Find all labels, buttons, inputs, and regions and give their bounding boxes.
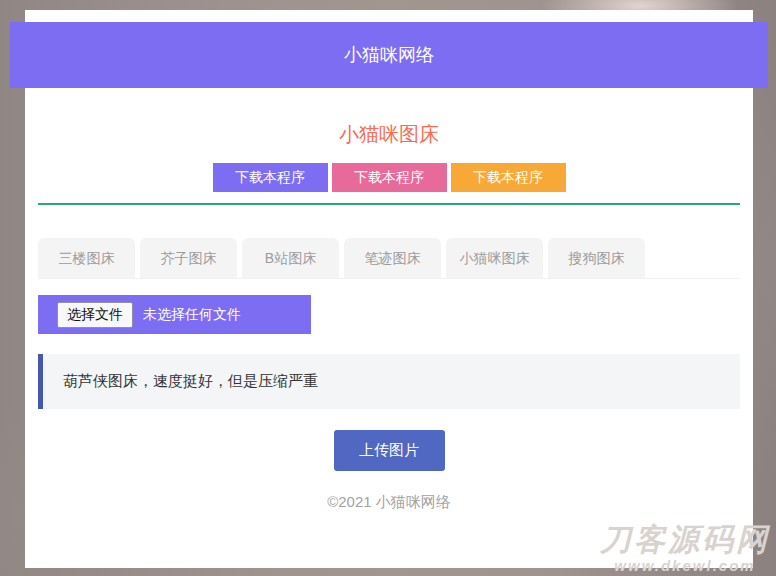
card-content: 小猫咪图床 下载本程序 下载本程序 下载本程序 三楼图床 芥子图床 B站图床 笔… <box>25 123 753 512</box>
download-button-purple[interactable]: 下载本程序 <box>213 163 328 192</box>
green-divider <box>38 203 740 205</box>
page-background: { "header": { "title": "小猫咪网络", "bg_colo… <box>0 0 776 576</box>
download-button-pink[interactable]: 下载本程序 <box>332 163 447 192</box>
tab-sougou[interactable]: 搜狗图床 <box>548 238 645 278</box>
copyright-footer: ©2021 小猫咪网络 <box>38 493 740 512</box>
header-banner: 小猫咪网络 <box>10 22 768 88</box>
tab-sanlou[interactable]: 三楼图床 <box>38 238 135 278</box>
download-button-orange[interactable]: 下载本程序 <box>451 163 566 192</box>
main-card: 小猫咪网络 小猫咪图床 下载本程序 下载本程序 下载本程序 三楼图床 芥子图床 … <box>25 10 753 568</box>
tab-xiaomaomi[interactable]: 小猫咪图床 <box>446 238 543 278</box>
file-input-area[interactable]: 选择文件 未选择任何文件 <box>38 295 311 334</box>
upload-image-button[interactable]: 上传图片 <box>334 430 445 471</box>
download-buttons-row: 下载本程序 下载本程序 下载本程序 <box>38 163 740 192</box>
notice-text: 葫芦侠图床，速度挺好，但是压缩严重 <box>63 372 318 391</box>
choose-file-button[interactable]: 选择文件 <box>57 302 133 328</box>
notice-box: 葫芦侠图床，速度挺好，但是压缩严重 <box>38 354 740 409</box>
page-title: 小猫咪图床 <box>38 123 740 145</box>
file-status-text: 未选择任何文件 <box>143 306 241 324</box>
tab-jiezi[interactable]: 芥子图床 <box>140 238 237 278</box>
tab-bzhan[interactable]: B站图床 <box>242 238 339 278</box>
image-host-tabs: 三楼图床 芥子图床 B站图床 笔迹图床 小猫咪图床 搜狗图床 <box>38 238 740 279</box>
tab-biji[interactable]: 笔迹图床 <box>344 238 441 278</box>
upload-button-row: 上传图片 <box>38 430 740 471</box>
